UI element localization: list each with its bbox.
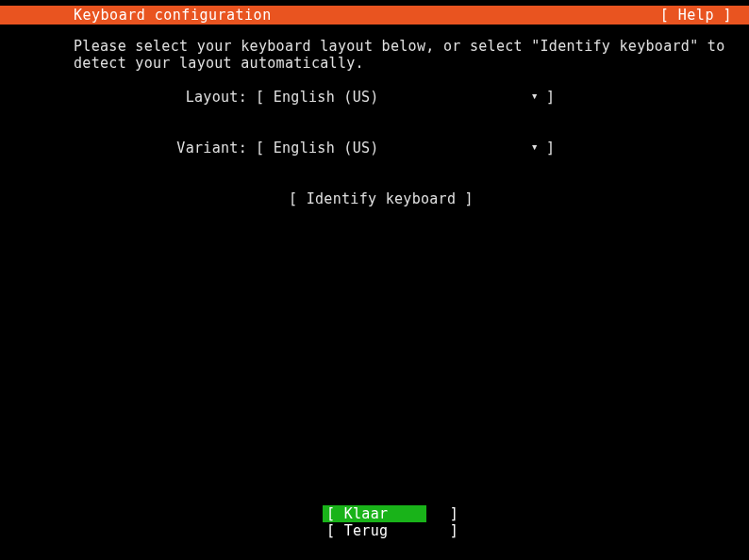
variant-bracket-close: ] (546, 140, 555, 156)
help-button[interactable]: [ Help ] (660, 6, 732, 25)
header-bar: Keyboard configuration [ Help ] (0, 6, 749, 25)
chevron-down-icon: ▾ (531, 89, 539, 106)
variant-label: Variant: (74, 140, 256, 156)
instruction-line-2: detect your layout automatically. (74, 55, 364, 72)
main-content: Please select your keyboard layout below… (0, 25, 749, 207)
layout-row: Layout: [ English (US) ▾ ] (74, 89, 749, 106)
instruction-text: Please select your keyboard layout below… (74, 38, 749, 72)
layout-label: Layout: (74, 89, 256, 106)
instruction-line-1: Please select your keyboard layout below… (74, 38, 724, 55)
identify-keyboard-label: [ Identify keyboard ] (289, 190, 474, 207)
variant-row: Variant: [ English (US) ▾ ] (74, 140, 749, 156)
layout-dropdown[interactable]: [ English (US) ▾ ] (256, 89, 555, 106)
back-button[interactable]: [ Terug ] (323, 522, 426, 539)
layout-value: [ English (US) (256, 89, 379, 106)
variant-dropdown[interactable]: [ English (US) ▾ ] (256, 140, 555, 156)
page-title: Keyboard configuration (74, 6, 272, 25)
identify-keyboard-button[interactable]: [ Identify keyboard ] (74, 190, 749, 207)
done-button[interactable]: [ Klaar ] (323, 505, 426, 522)
variant-value: [ English (US) (256, 140, 379, 156)
layout-bracket-close: ] (546, 89, 555, 106)
footer-buttons: [ Klaar ] [ Terug ] (0, 505, 749, 539)
chevron-down-icon: ▾ (531, 140, 539, 156)
